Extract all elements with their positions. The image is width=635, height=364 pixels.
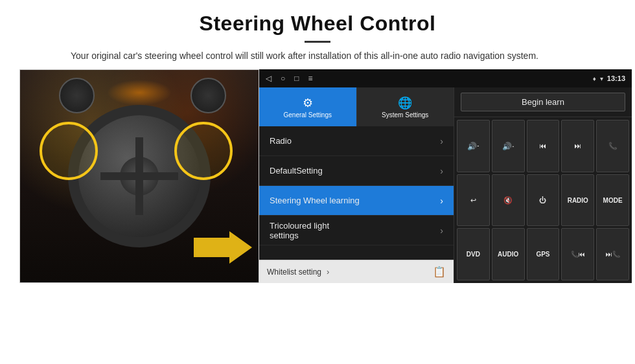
gps-button[interactable]: GPS [527,228,560,280]
call-next-button[interactable]: ⏭📞 [596,228,629,280]
audio-button[interactable]: AUDIO [492,228,525,280]
menu-radio-label: Radio [270,136,292,146]
call-button[interactable]: 📞 [596,120,629,172]
status-bar-left: ◁ ○ □ ≡ [266,74,313,83]
svg-text:🔊+: 🔊+ [467,141,479,150]
sw-spoke-bottom [135,176,143,215]
mute-icon: 🔇 [503,196,513,205]
svg-marker-0 [194,231,252,264]
tab-general-label: General Settings [284,111,332,119]
call-prev-icon: 📞⏮ [571,251,585,258]
control-grid: 🔊+ 🔊− ⏮ ⏭ 📞 [454,117,632,283]
tab-system-settings[interactable]: 🌐 System Settings [356,87,454,126]
header: Steering Wheel Control Your original car… [0,0,635,69]
sw-spoke-top [135,137,143,176]
svg-text:🔊−: 🔊− [502,141,514,150]
whitelist-label: Whitelist setting [267,267,321,277]
status-time: 13:13 [607,74,625,82]
menu-radio-arrow: › [440,136,443,146]
menu-tricoloured-arrow: › [440,225,443,236]
ctrl-row-2: ↩ 🔇 ⏻ RADIO MODE [457,174,629,227]
begin-learn-button[interactable]: Begin learn [461,93,625,111]
tabs-row: ⚙ General Settings 🌐 System Settings [259,87,454,126]
page-subtitle: Your original car's steering wheel contr… [39,49,570,63]
menu-steering-arrow: › [440,196,443,206]
left-menu: ⚙ General Settings 🌐 System Settings Rad… [259,87,454,283]
right-controls: Begin learn 🔊+ 🔊− [454,87,632,283]
menu-icon[interactable]: ≡ [308,74,313,83]
tab-system-label: System Settings [382,111,428,119]
android-panel: ◁ ○ □ ≡ ♦ ▾ 13:13 ⚙ [259,69,632,283]
dvd-button[interactable]: DVD [457,228,490,280]
call-next-icon: ⏭📞 [606,251,620,258]
recents-icon[interactable]: □ [294,74,299,83]
whitelist-arrow: › [327,267,329,277]
home-icon[interactable]: ○ [281,74,285,83]
ctrl-row-3: DVD AUDIO GPS 📞⏮ ⏭📞 [457,228,629,280]
menu-item-radio[interactable]: Radio › [259,126,454,156]
next-track-button[interactable]: ⏭ [561,120,594,172]
next-icon: ⏭ [574,142,581,150]
vol-up-button[interactable]: 🔊+ [457,120,490,172]
power-button[interactable]: ⏻ [527,174,560,227]
ctrl-row-1: 🔊+ 🔊− ⏮ ⏭ 📞 [457,120,629,172]
menu-tricoloured-label: Tricoloured lightsettings [270,221,329,240]
vol-down-button[interactable]: 🔊− [492,120,525,172]
status-bar-right: ♦ ▾ 13:13 [593,74,625,82]
phone-icon: 📞 [608,142,618,150]
menu-default-arrow: › [440,166,443,176]
prev-track-button[interactable]: ⏮ [527,120,560,172]
back-icon[interactable]: ◁ [266,74,271,83]
whitelist-file-icon: 📋 [433,266,446,278]
tab-general-settings[interactable]: ⚙ General Settings [259,87,356,126]
system-globe-icon: 🌐 [398,96,412,110]
mute-button[interactable]: 🔇 [492,174,525,227]
whitelist-bar[interactable]: Whitelist setting › 📋 [259,260,454,283]
wifi-icon: ▾ [600,75,603,82]
menu-default-label: DefaultSetting [270,166,323,176]
location-icon: ♦ [593,75,596,82]
menu-item-default-setting[interactable]: DefaultSetting › [259,156,454,186]
back-call-button[interactable]: ↩ [457,174,490,227]
highlight-circle-right [174,122,233,180]
page-title: Steering Wheel Control [39,12,596,36]
begin-learn-row: Begin learn [454,87,632,117]
direction-arrow [194,228,252,269]
status-bar: ◁ ○ □ ≡ ♦ ▾ 13:13 [259,69,632,87]
back-call-icon: ↩ [470,196,476,205]
settings-gear-icon: ⚙ [303,96,313,110]
power-icon: ⏻ [539,196,546,204]
menu-steering-label: Steering Wheel learning [270,196,360,205]
menu-items-list: Radio › DefaultSetting › Steering Wheel … [259,126,454,260]
page-wrapper: Steering Wheel Control Your original car… [0,0,635,364]
prev-icon: ⏮ [539,142,546,150]
title-divider [305,41,330,43]
sw-spoke-right [139,172,178,180]
highlight-circle-left [40,122,98,180]
mode-button[interactable]: MODE [596,174,629,227]
menu-item-tricoloured[interactable]: Tricoloured lightsettings › [259,216,454,245]
menu-item-steering-wheel[interactable]: Steering Wheel learning › [259,186,454,216]
radio-button[interactable]: RADIO [561,174,594,227]
sw-spoke-left [100,172,139,180]
main-panel: ⚙ General Settings 🌐 System Settings Rad… [259,87,632,283]
content-area: ◁ ○ □ ≡ ♦ ▾ 13:13 ⚙ [0,69,635,364]
call-prev-button[interactable]: 📞⏮ [561,228,594,280]
car-photo [19,69,259,283]
